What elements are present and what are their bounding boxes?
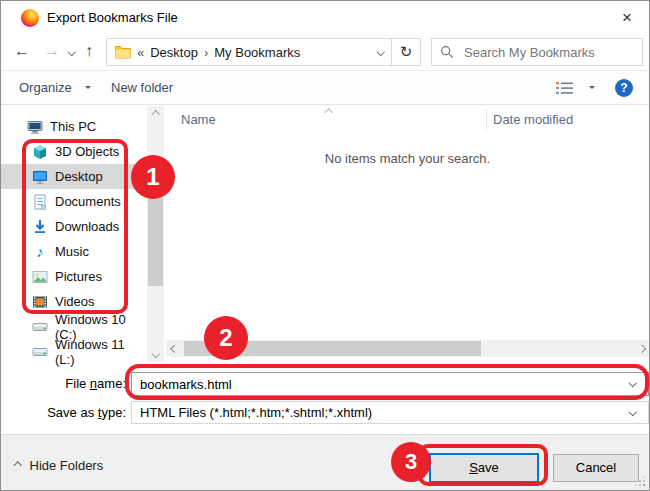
organize-button[interactable]: Organize	[19, 71, 72, 104]
save-as-type-label: Save as type:	[1, 401, 126, 424]
horizontal-scrollbar-thumb[interactable]	[184, 341, 481, 356]
column-divider[interactable]	[486, 110, 487, 130]
sidebar-item-music[interactable]: ♪ Music	[1, 239, 147, 264]
search-input[interactable]	[462, 44, 634, 61]
file-name-label: File name:	[1, 372, 126, 396]
cube-icon	[32, 144, 48, 160]
column-header-name[interactable]: Name	[181, 106, 216, 134]
up-icon[interactable]: ↑	[85, 37, 93, 65]
refresh-icon: ↻	[400, 43, 413, 61]
breadcrumb-item-my-bookmarks[interactable]: My Bookmarks	[214, 45, 300, 60]
desktop-icon	[32, 169, 48, 185]
breadcrumb-item-desktop[interactable]: Desktop	[150, 45, 198, 60]
sidebar-item-desktop[interactable]: Desktop	[1, 164, 147, 189]
back-icon[interactable]: ←	[14, 37, 30, 65]
address-dropdown-chevron-icon[interactable]	[376, 48, 384, 56]
music-note-icon: ♪	[32, 244, 48, 260]
window-title: Export Bookmarks File	[47, 1, 178, 35]
save-button[interactable]: Save	[429, 453, 539, 483]
sidebar-item-downloads[interactable]: Downloads	[1, 214, 147, 239]
sidebar-scrollbar[interactable]	[147, 106, 164, 362]
search-box[interactable]	[431, 38, 643, 66]
sidebar-item-this-pc[interactable]: This PC	[1, 114, 147, 139]
refresh-button[interactable]: ↻	[392, 38, 421, 66]
download-arrow-icon	[32, 219, 48, 235]
save-as-type-value: HTML Files (*.html;*.htm;*.shtml;*.xhtml…	[140, 405, 372, 420]
sidebar-item-windows-11-l[interactable]: Windows 11 (L:)	[1, 339, 147, 364]
chevron-up-icon	[14, 462, 22, 470]
firefox-icon	[21, 9, 39, 27]
drive-icon	[32, 344, 48, 360]
folder-icon	[115, 45, 131, 59]
file-list-horizontal-scrollbar[interactable]	[166, 340, 650, 357]
file-name-input[interactable]	[132, 373, 648, 395]
sidebar-scrollbar-thumb[interactable]	[148, 198, 163, 286]
breadcrumb-overflow-icon[interactable]: «	[137, 45, 144, 60]
view-list-icon[interactable]	[555, 81, 575, 95]
drive-icon	[32, 319, 48, 335]
hide-folders-button[interactable]: Hide Folders	[15, 458, 103, 473]
sidebar-item-pictures[interactable]: Pictures	[1, 264, 147, 289]
file-list-header: Name Date modified	[166, 106, 648, 134]
scroll-up-icon[interactable]	[147, 106, 164, 123]
view-options-caret-icon[interactable]	[589, 86, 595, 92]
navigation-pane: This PC 3D Objects Desktop	[1, 114, 147, 364]
new-folder-button[interactable]: New folder	[111, 71, 173, 104]
resize-grip[interactable]	[635, 476, 645, 486]
picture-icon	[32, 269, 48, 285]
command-toolbar: Organize New folder ?	[1, 70, 649, 105]
save-as-type-select[interactable]: HTML Files (*.html;*.htm;*.shtml;*.xhtml…	[131, 401, 649, 424]
sidebar-item-videos[interactable]: Videos	[1, 289, 147, 314]
help-icon[interactable]: ?	[615, 79, 633, 97]
column-header-date-modified[interactable]: Date modified	[493, 106, 573, 134]
close-icon[interactable]: ×	[615, 7, 639, 29]
file-name-combobox[interactable]	[131, 372, 649, 396]
forward-icon[interactable]: →	[44, 37, 60, 65]
sort-ascending-icon	[325, 109, 333, 117]
title-bar: Export Bookmarks File ×	[1, 1, 649, 35]
sidebar-item-3d-objects[interactable]: 3D Objects	[1, 139, 147, 164]
document-icon	[32, 194, 48, 210]
sidebar-item-windows-10-c[interactable]: Windows 10 (C:)	[1, 314, 147, 339]
cancel-button[interactable]: Cancel	[553, 454, 639, 482]
sidebar-item-documents[interactable]: Documents	[1, 189, 147, 214]
scroll-right-icon[interactable]	[633, 340, 650, 357]
empty-results-message: No items match your search.	[166, 151, 649, 166]
breadcrumb[interactable]: « Desktop › My Bookmarks	[106, 38, 392, 66]
scroll-down-icon[interactable]	[147, 345, 164, 362]
scroll-left-icon[interactable]	[166, 340, 183, 357]
dialog-footer: Hide Folders Save Cancel	[1, 434, 649, 490]
export-bookmarks-dialog: Export Bookmarks File × ← → ↑ « Desktop …	[0, 0, 650, 491]
crumb-separator-icon: ›	[204, 45, 208, 60]
film-icon	[32, 294, 48, 310]
search-icon	[440, 45, 454, 59]
organize-caret-icon	[85, 86, 91, 92]
recent-locations-chevron-icon[interactable]	[68, 48, 76, 56]
this-pc-icon	[27, 119, 43, 135]
